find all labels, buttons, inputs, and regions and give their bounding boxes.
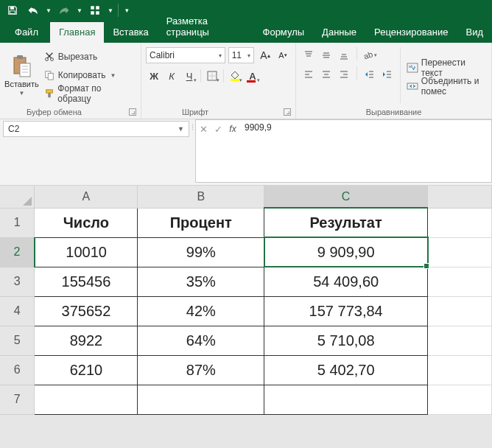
increase-font-icon[interactable]: A▴ — [257, 47, 273, 63]
qat-customize-icon[interactable]: ▾ — [122, 1, 132, 19]
cell-A2[interactable]: 10010 — [35, 237, 138, 267]
italic-button[interactable]: К — [164, 68, 180, 84]
svg-text:ab: ab — [409, 64, 413, 69]
cell-C5[interactable]: 5 710,08 — [264, 326, 428, 355]
fx-icon[interactable]: fx — [225, 122, 240, 136]
name-box[interactable]: C2 ▼ — [3, 121, 189, 137]
row-header-1[interactable]: 1 — [0, 208, 35, 237]
svg-rect-2 — [91, 7, 94, 10]
align-left-icon[interactable] — [301, 66, 317, 83]
align-bottom-icon[interactable] — [336, 47, 352, 63]
col-header-C[interactable]: C — [264, 186, 428, 208]
copy-button[interactable]: Копировать ▼ — [42, 67, 136, 83]
ribbon-tabs: Файл Главная Вставка Разметка страницы Ф… — [0, 21, 492, 43]
cell-C4[interactable]: 157 773,84 — [264, 296, 428, 326]
svg-rect-8 — [20, 63, 30, 77]
undo-dropdown-icon[interactable]: ▼ — [44, 1, 53, 19]
cell-D7[interactable] — [428, 385, 492, 414]
cell-D4[interactable] — [428, 296, 492, 326]
cell-C2[interactable]: 9 909,90 — [264, 237, 428, 267]
cell-D5[interactable] — [428, 326, 492, 355]
wrap-text-button[interactable]: ab Перенести текст — [405, 60, 487, 76]
redo-dropdown-icon[interactable]: ▼ — [75, 1, 84, 19]
tab-review[interactable]: Рецензирование — [365, 22, 457, 43]
cell-B6[interactable]: 87% — [138, 355, 264, 385]
select-all-corner[interactable] — [0, 186, 35, 208]
row-header-4[interactable]: 4 — [0, 296, 35, 326]
col-header-D[interactable] — [428, 186, 492, 208]
touch-mode-icon[interactable] — [85, 1, 105, 19]
group-alignment: ab▾ ab Перенести текст — [296, 43, 492, 119]
cancel-icon[interactable]: ✕ — [196, 122, 211, 136]
col-header-B[interactable]: B — [138, 186, 264, 208]
enter-icon[interactable]: ✓ — [211, 122, 225, 136]
formula-bar-input[interactable]: 9909,9 — [240, 119, 492, 183]
redo-icon[interactable] — [55, 1, 74, 19]
cell-C6[interactable]: 5 402,70 — [264, 355, 428, 385]
borders-button[interactable]: ▾ — [204, 68, 220, 84]
cell-A1[interactable]: Число — [35, 208, 138, 237]
align-right-icon[interactable] — [336, 66, 352, 83]
font-dialog-icon[interactable] — [284, 108, 291, 116]
col-header-A[interactable]: A — [35, 186, 138, 208]
cell-D2[interactable] — [428, 237, 492, 267]
cell-C3[interactable]: 54 409,60 — [264, 267, 428, 296]
tab-insert[interactable]: Вставка — [104, 22, 157, 43]
cut-button[interactable]: Вырезать — [42, 49, 136, 65]
tab-page-layout[interactable]: Разметка страницы — [158, 11, 254, 43]
clipboard-dialog-icon[interactable] — [129, 108, 136, 116]
row-header-3[interactable]: 3 — [0, 267, 35, 296]
tab-data[interactable]: Данные — [313, 22, 365, 43]
underline-button[interactable]: Ч▾ — [181, 68, 197, 84]
cell-D3[interactable] — [428, 267, 492, 296]
cell-B1[interactable]: Процент — [138, 208, 264, 237]
font-color-button[interactable]: A▾ — [245, 68, 261, 84]
align-middle-icon[interactable] — [318, 47, 334, 63]
cell-B7[interactable] — [138, 385, 264, 414]
tab-formulas[interactable]: Формулы — [254, 22, 314, 43]
cell-B5[interactable]: 64% — [138, 326, 264, 355]
cell-A5[interactable]: 8922 — [35, 326, 138, 355]
tab-file[interactable]: Файл — [6, 22, 50, 43]
font-name-combo[interactable]: Calibri▾ — [146, 47, 225, 63]
cell-B3[interactable]: 35% — [138, 267, 264, 296]
row-header-5[interactable]: 5 — [0, 326, 35, 355]
cell-A3[interactable]: 155456 — [35, 267, 138, 296]
cell-B2[interactable]: 99% — [138, 237, 264, 267]
svg-rect-0 — [10, 7, 13, 10]
decrease-indent-icon[interactable] — [362, 66, 378, 83]
cell-D1[interactable] — [428, 208, 492, 237]
svg-rect-7 — [17, 55, 23, 59]
fill-color-button[interactable]: ▾ — [227, 68, 243, 84]
row-header-6[interactable]: 6 — [0, 355, 35, 385]
svg-point-13 — [50, 58, 53, 61]
format-painter-button[interactable]: Формат по образцу — [42, 85, 136, 102]
cell-C7[interactable] — [264, 385, 428, 414]
tab-home[interactable]: Главная — [50, 22, 104, 43]
font-size-combo[interactable]: 11▾ — [228, 47, 254, 63]
font-group-label: Шрифт — [182, 108, 208, 116]
spreadsheet-grid[interactable]: A B C 1 Число Процент Результат 2 10010 … — [0, 186, 492, 415]
align-center-icon[interactable] — [318, 66, 334, 83]
merge-button[interactable]: Объединить и помес — [405, 78, 487, 94]
paste-button[interactable]: Вставить ▼ — [4, 44, 39, 106]
cell-A6[interactable]: 6210 — [35, 355, 138, 385]
cell-A7[interactable] — [35, 385, 138, 414]
cell-D6[interactable] — [428, 355, 492, 385]
svg-text:ab: ab — [362, 50, 374, 60]
decrease-font-icon[interactable]: A▾ — [275, 47, 291, 63]
cell-C1[interactable]: Результат — [264, 208, 428, 237]
align-top-icon[interactable] — [301, 47, 317, 63]
cell-A4[interactable]: 375652 — [35, 296, 138, 326]
namebox-resize-icon[interactable]: ⋮ — [189, 119, 195, 185]
save-icon[interactable] — [3, 1, 22, 19]
orientation-icon[interactable]: ab▾ — [362, 47, 378, 63]
touch-dropdown-icon[interactable]: ▼ — [106, 1, 115, 19]
row-header-7[interactable]: 7 — [0, 385, 35, 414]
cell-B4[interactable]: 42% — [138, 296, 264, 326]
bold-button[interactable]: Ж — [146, 68, 162, 84]
row-header-2[interactable]: 2 — [0, 237, 35, 267]
increase-indent-icon[interactable] — [379, 66, 396, 83]
tab-view[interactable]: Вид — [457, 22, 492, 43]
undo-icon[interactable] — [24, 1, 43, 19]
